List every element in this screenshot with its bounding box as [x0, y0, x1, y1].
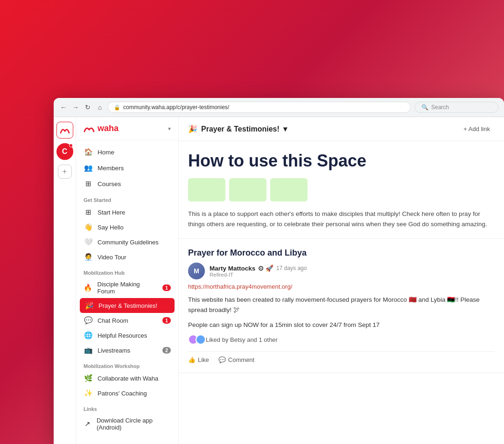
sidebar: waha ▾ 🏠 Home 👥 Members ⊞ Courses [76, 117, 179, 444]
post-actions: 👍 Like 💬 Comment [188, 351, 495, 363]
forward-button[interactable]: → [71, 103, 80, 111]
sidebar-helpful-resources-label: Helpful Resources [98, 332, 147, 339]
community-guidelines-icon: 🤍 [84, 238, 93, 246]
post-body-1: This website has been created to rally m… [188, 295, 495, 315]
section-get-started: Get Started [76, 192, 178, 205]
section-links: Links [76, 401, 178, 414]
sidebar-item-home[interactable]: 🏠 Home [76, 144, 178, 160]
post-body-2: People can sign up NOW for a 15min slot … [188, 320, 495, 330]
search-placeholder: Search [431, 104, 449, 111]
sidebar-item-patrons-coaching[interactable]: ✨ Patrons' Coaching [76, 386, 178, 401]
courses-icon: ⊞ [84, 180, 93, 188]
like-icon: 👍 [188, 356, 196, 363]
browser-chrome: ← → ↻ ⌂ 🔒 community.waha.app/c/prayer-te… [54, 98, 504, 117]
sidebar-item-chat-room[interactable]: 💬 Chat Room 1 [76, 313, 178, 328]
sidebar-item-livestreams[interactable]: 📺 Livestreams 2 [76, 343, 178, 358]
sidebar-item-helpful-resources[interactable]: 🌐 Helpful Resources [76, 328, 178, 343]
lock-icon: 🔒 [114, 104, 120, 111]
add-link-label: + Add link [463, 125, 490, 132]
main-content: 🎉 Prayer & Testimonies! ▾ + Add link How… [179, 117, 504, 444]
sidebar-prayer-testimonies-label: Prayer & Testimonies! [98, 302, 157, 309]
post-link[interactable]: https://northafrica.pray4movement.org/ [188, 283, 495, 290]
disciple-forum-badge: 1 [162, 284, 171, 291]
sidebar-header[interactable]: waha ▾ [76, 117, 178, 140]
patrons-coaching-icon: ✨ [84, 389, 93, 397]
sidebar-item-video-tour[interactable]: 🧑‍💼 Video Tour [76, 250, 178, 264]
notification-dot [69, 144, 73, 147]
sidebar-nav: 🏠 Home 👥 Members ⊞ Courses Get Started ⊞… [76, 140, 178, 438]
sidebar-item-collaborate-with-waha[interactable]: 🌿 Collaborate with Waha [76, 371, 178, 386]
add-community-button[interactable]: + [58, 165, 72, 179]
sidebar-livestreams-label: Livestreams [98, 347, 130, 354]
brand-icon-item[interactable] [56, 122, 73, 139]
livestreams-icon: 📺 [84, 346, 93, 354]
download-icon: ↗ [84, 420, 92, 428]
section-mobilization-workshop: Mobilization Workshop [76, 358, 178, 371]
members-icon: 👥 [84, 164, 93, 172]
like-button[interactable]: 👍 Like [188, 356, 209, 363]
add-link-button[interactable]: + Add link [459, 123, 495, 135]
collaborate-icon: 🌿 [84, 374, 93, 382]
brand-logo: waha [84, 124, 119, 133]
sidebar-item-courses[interactable]: ⊞ Courses [76, 176, 178, 192]
sidebar-item-say-hello[interactable]: 👋 Say Hello [76, 220, 178, 235]
author-name-text: Marty Mattocks [210, 265, 255, 272]
search-bar[interactable]: 🔍 Search [414, 102, 498, 113]
sidebar-disciple-forum-label: Disciple Making Forum [98, 281, 158, 295]
chat-room-badge: 1 [162, 317, 171, 324]
disciple-forum-icon: 🔥 [84, 284, 93, 292]
channel-title[interactable]: 🎉 Prayer & Testimonies! ▾ [188, 125, 287, 133]
channel-title-text: Prayer & Testimonies! [201, 125, 280, 133]
hero-section: How to use this Space This is a place to… [179, 141, 504, 239]
say-hello-icon: 👋 [84, 223, 93, 231]
author-timestamp: 17 days ago [276, 265, 307, 271]
section-mobilization-hub: Mobilization Hub [76, 264, 178, 278]
sidebar-item-download-circle[interactable]: ↗ Download Circle app (Android) [76, 414, 178, 434]
post-likes: Liked by Betsy and 1 other [188, 334, 495, 345]
refresh-button[interactable]: ↻ [84, 103, 92, 111]
sidebar-item-disciple-making-forum[interactable]: 🔥 Disciple Making Forum 1 [76, 278, 178, 298]
icon-bar: C + [54, 117, 76, 444]
sidebar-say-hello-label: Say Hello [98, 224, 124, 231]
video-tour-icon: 🧑‍💼 [84, 253, 93, 261]
sidebar-item-community-guidelines[interactable]: 🤍 Community Guidelines [76, 235, 178, 250]
sidebar-item-members[interactable]: 👥 Members [76, 160, 178, 176]
post-section: Prayer for Morocco and Libya M Marty Mat… [179, 239, 504, 373]
author-avatar: M [188, 263, 205, 279]
channel-chevron-icon: ▾ [283, 125, 287, 133]
url-text: community.waha.app/c/prayer-testimonies/ [123, 104, 229, 111]
sidebar-video-tour-label: Video Tour [98, 254, 126, 261]
green-block-3 [270, 178, 308, 201]
livestreams-badge: 2 [162, 347, 171, 354]
likes-text: Liked by Betsy and 1 other [206, 336, 278, 343]
sidebar-members-label: Members [98, 165, 124, 172]
sidebar-item-start-here[interactable]: ⊞ Start Here [76, 205, 178, 220]
comment-button[interactable]: 💬 Comment [218, 356, 254, 363]
green-block-1 [188, 178, 225, 201]
hero-description: This is a place to support each other's … [188, 209, 495, 229]
back-button[interactable]: ← [59, 103, 68, 111]
start-here-icon: ⊞ [84, 208, 93, 216]
browser-window: ← → ↻ ⌂ 🔒 community.waha.app/c/prayer-te… [54, 98, 504, 444]
sidebar-home-label: Home [98, 149, 114, 156]
home-nav-button[interactable]: ⌂ [96, 103, 104, 111]
hero-title: How to use this Space [188, 151, 495, 171]
author-info: Marty Mattocks ⊙ 🚀 17 days ago Refired-I… [210, 264, 307, 278]
sidebar-community-guidelines-label: Community Guidelines [98, 239, 159, 246]
community-icon[interactable]: C [56, 143, 73, 160]
address-bar[interactable]: 🔒 community.waha.app/c/prayer-testimonie… [108, 102, 411, 113]
helpful-resources-icon: 🌐 [84, 331, 93, 340]
sidebar-collaborate-label: Collaborate with Waha [98, 375, 158, 382]
channel-icon: 🎉 [188, 125, 197, 133]
green-block-2 [229, 178, 266, 201]
post-title: Prayer for Morocco and Libya [188, 248, 495, 258]
author-role: Refired-IT [210, 272, 307, 278]
post-author: M Marty Mattocks ⊙ 🚀 17 days ago Refired… [188, 263, 495, 279]
author-badges: ⊙ 🚀 [258, 264, 273, 272]
sidebar-patrons-coaching-label: Patrons' Coaching [98, 390, 147, 397]
home-icon: 🏠 [84, 148, 93, 156]
search-icon: 🔍 [421, 104, 428, 111]
like-avatars [188, 334, 203, 345]
like-label: Like [198, 356, 209, 363]
sidebar-item-prayer-testimonies[interactable]: 🎉 Prayer & Testimonies! [80, 298, 175, 313]
